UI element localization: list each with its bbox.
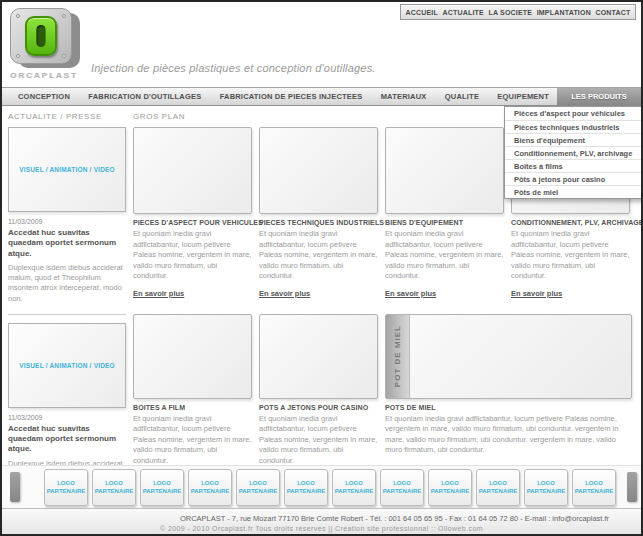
partner-logo-box[interactable]: LOGOPARTENAIRE	[44, 469, 88, 506]
nav-item-qualite[interactable]: QUALITE	[445, 92, 479, 101]
partner-logo-label: PARTENAIRE	[191, 488, 230, 496]
product-card-boites-a-film: BOITES A FILM Et quoniam inedia gravi ad…	[133, 314, 252, 485]
products-dropdown-menu: Pièces d'aspect pour véhicules Pièces te…	[504, 106, 643, 199]
menu-item-pieces-aspect-vehicules[interactable]: Pièces d'aspect pour véhicules	[505, 107, 642, 120]
partner-logo-label: PARTENAIRE	[527, 488, 566, 496]
nav-item-conception[interactable]: CONCEPTION	[18, 92, 70, 101]
partner-logo-label: LOGO	[105, 480, 123, 488]
main-nav: CONCEPTION FABRICATION D'OUTILLAGES FABR…	[2, 87, 641, 106]
product-description: Et quoniam inedia gravi adflictabantur, …	[133, 229, 252, 282]
product-title: BOITES A FILM	[133, 404, 252, 411]
product-description: Et quoniam inedia gravi adflictabantur, …	[259, 414, 378, 467]
read-more-link[interactable]: En savoir plus	[133, 289, 184, 298]
partner-logo-label: LOGO	[537, 480, 555, 488]
news-media-box-2[interactable]: VISUEL / ANIMATION / VIDEO	[8, 323, 126, 408]
page: ACCUEIL ACTUALITE LA SOCIETE IMPLANTATIO…	[0, 0, 643, 536]
partner-logo-box[interactable]: LOGOPARTENAIRE	[572, 469, 616, 506]
partner-logo-box[interactable]: LOGOPARTENAIRE	[524, 469, 568, 506]
carousel-scroll-right-handle[interactable]	[627, 472, 637, 502]
partner-logo-label: PARTENAIRE	[431, 488, 470, 496]
product-title: PIECES D'ASPECT POUR VEHICULES	[133, 219, 252, 226]
partner-logo-label: PARTENAIRE	[287, 488, 326, 496]
read-more-link[interactable]: En savoir plus	[259, 289, 310, 298]
logo-wordmark: ORCAPLAST	[10, 71, 84, 80]
orcaplast-logo[interactable]: ORCAPLAST	[10, 8, 84, 80]
partner-logo-label: LOGO	[585, 480, 603, 488]
main-nav-items: CONCEPTION FABRICATION D'OUTILLAGES FABR…	[18, 88, 549, 105]
menu-item-biens-equipement[interactable]: Biens d'équipement	[505, 133, 642, 146]
partner-logo-box[interactable]: LOGOPARTENAIRE	[428, 469, 472, 506]
menu-item-pots-de-miel[interactable]: Pôts de miel	[505, 185, 642, 198]
media-placeholder-label: VISUEL / ANIMATION / VIDEO	[19, 166, 115, 173]
menu-item-boites-a-films[interactable]: Boîtes à films	[505, 159, 642, 172]
nav-item-les-produits-active[interactable]: LES PRODUITS	[557, 88, 641, 105]
read-more-link[interactable]: En savoir plus	[385, 289, 436, 298]
product-image-placeholder[interactable]	[133, 127, 252, 214]
utility-nav-item-accueil[interactable]: ACCUEIL	[405, 9, 438, 16]
product-card-biens-equipement: BIENS D'EQUIPEMENT Et quoniam inedia gra…	[385, 127, 504, 300]
product-description: Et quoniam inedia gravi adflictabantur, …	[511, 229, 630, 282]
news-sidebar: ACTUALITE / PRESSE VISUEL / ANIMATION / …	[8, 112, 126, 499]
sidebar-title: ACTUALITE / PRESSE	[8, 112, 126, 121]
partner-logo-label: PARTENAIRE	[239, 488, 278, 496]
screw-icon	[16, 14, 20, 18]
footer-contact-line: ORCAPLAST - 7, rue Mozart 77170 Brie Com…	[152, 514, 637, 523]
product-image-placeholder[interactable]	[259, 314, 378, 399]
nav-item-fabrication-pieces-injectees[interactable]: FABRICATION DE PIECES INJECTEES	[220, 92, 363, 101]
product-title: BIENS D'EQUIPEMENT	[385, 219, 504, 226]
partner-logo-track: LOGOPARTENAIRE LOGOPARTENAIRE LOGOPARTEN…	[44, 469, 616, 506]
news-date-2: 11/03/2009	[8, 414, 126, 421]
partner-logo-box[interactable]: LOGOPARTENAIRE	[380, 469, 424, 506]
nav-item-fabrication-outillages[interactable]: FABRICATION D'OUTILLAGES	[88, 92, 201, 101]
partner-logo-box[interactable]: LOGOPARTENAIRE	[236, 469, 280, 506]
pot-de-miel-banner-label: POT DE MIEL	[393, 325, 402, 387]
partner-logo-box[interactable]: LOGOPARTENAIRE	[332, 469, 376, 506]
partner-logo-label: PARTENAIRE	[383, 488, 422, 496]
carousel-scroll-left-handle[interactable]	[10, 472, 20, 502]
partner-logo-label: LOGO	[393, 480, 411, 488]
product-description: Et quoniam inedia gravi adflictabantur, …	[385, 229, 504, 282]
product-image-placeholder[interactable]	[259, 127, 378, 214]
product-title: POTS DE MIEL	[385, 404, 632, 411]
partner-logo-label: LOGO	[153, 480, 171, 488]
partner-logo-label: PARTENAIRE	[47, 488, 86, 496]
product-title: CONDITIONNEMENT, PLV, ARCHIVAGE	[511, 219, 630, 226]
news-date-1: 11/03/2009	[8, 218, 126, 225]
menu-item-pots-a-jetons-casino[interactable]: Pôts à jetons pour casino	[505, 172, 642, 185]
news-media-box-1[interactable]: VISUEL / ANIMATION / VIDEO	[8, 127, 126, 212]
product-card-pieces-techniques: PIECES TECHNIQUES INDUSTRIELS Et quoniam…	[259, 127, 378, 300]
product-image-placeholder[interactable]: POT DE MIEL	[385, 314, 632, 399]
partner-logo-label: LOGO	[297, 480, 315, 488]
partner-logo-box[interactable]: LOGOPARTENAIRE	[92, 469, 136, 506]
partner-logo-box[interactable]: LOGOPARTENAIRE	[476, 469, 520, 506]
read-more-link[interactable]: En savoir plus	[511, 289, 562, 298]
partner-logo-box[interactable]: LOGOPARTENAIRE	[284, 469, 328, 506]
partner-logo-label: PARTENAIRE	[479, 488, 518, 496]
footer-copyright-line: © 2009 - 2010 Orcaplast.fr Tous droits r…	[2, 525, 641, 532]
product-image-placeholder[interactable]	[385, 127, 504, 214]
partner-logo-label: LOGO	[249, 480, 267, 488]
menu-item-conditionnement-plv-archivage[interactable]: Conditionnement, PLV, archivage	[505, 146, 642, 159]
nav-item-equipement[interactable]: EQUIPEMENT	[497, 92, 549, 101]
product-description: Et quoniam inedia gravi adflictabantur, …	[133, 414, 252, 467]
product-card-pots-a-jetons: POTS A JETONS POUR CASINO Et quoniam ine…	[259, 314, 378, 485]
green-o-icon	[25, 16, 57, 56]
news-body-1: Duplexque isdem diebus acciderat malum, …	[8, 263, 126, 304]
product-card-pieces-aspect: PIECES D'ASPECT POUR VEHICULES Et quonia…	[133, 127, 252, 300]
products-row-2: BOITES A FILM Et quoniam inedia gravi ad…	[133, 314, 632, 485]
utility-nav-item-la-societe[interactable]: LA SOCIETE	[488, 9, 532, 16]
partner-logo-box[interactable]: LOGOPARTENAIRE	[140, 469, 184, 506]
product-description: Et quoniam inedia gravi adflictabantur, …	[385, 414, 632, 456]
partners-carousel: LOGOPARTENAIRE LOGOPARTENAIRE LOGOPARTEN…	[2, 465, 641, 508]
site-tagline: Injection de pièces plastiques et concep…	[91, 62, 376, 74]
menu-item-pieces-techniques-industriels[interactable]: Pièces techniques industriels	[505, 120, 642, 133]
nav-item-materiaux[interactable]: MATERIAUX	[381, 92, 427, 101]
product-image-placeholder[interactable]	[133, 314, 252, 399]
utility-nav-item-implantation[interactable]: IMPLANTATION	[537, 9, 591, 16]
partner-logo-label: LOGO	[345, 480, 363, 488]
partner-logo-box[interactable]: LOGOPARTENAIRE	[188, 469, 232, 506]
utility-nav-item-actualite[interactable]: ACTUALITE	[442, 9, 483, 16]
utility-nav-item-contact[interactable]: CONTACT	[595, 9, 630, 16]
utility-nav: ACCUEIL ACTUALITE LA SOCIETE IMPLANTATIO…	[400, 4, 636, 20]
news-headline-2: Accedat huc suavitas quaedam oportet ser…	[8, 424, 126, 455]
